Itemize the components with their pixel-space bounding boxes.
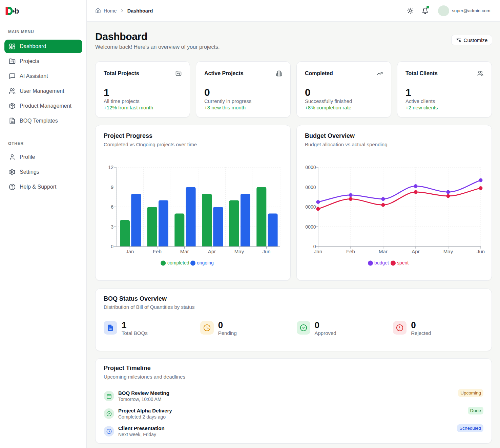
svg-text:Apr: Apr (412, 249, 419, 254)
svg-text:Mar: Mar (180, 249, 189, 254)
svg-text:Jun: Jun (477, 249, 485, 254)
svg-text:Apr: Apr (208, 249, 216, 254)
svg-text:spent: spent (397, 260, 409, 265)
svg-text:completed: completed (167, 260, 189, 265)
svg-text:3: 3 (111, 224, 113, 230)
svg-text:6: 6 (111, 204, 113, 210)
svg-text:40000: 40000 (305, 204, 316, 210)
svg-text:budget: budget (374, 260, 389, 265)
svg-text:20000: 20000 (305, 224, 316, 230)
svg-text:b: b (15, 7, 19, 15)
svg-text:12: 12 (108, 165, 113, 170)
svg-text:0: 0 (111, 244, 113, 249)
svg-text:Feb: Feb (153, 249, 162, 254)
svg-text:May: May (443, 249, 453, 254)
svg-text:ongoing: ongoing (197, 260, 214, 265)
svg-text:Jun: Jun (263, 249, 271, 254)
svg-text:May: May (234, 249, 244, 254)
svg-text:9: 9 (111, 185, 113, 190)
svg-text:80000: 80000 (305, 165, 316, 170)
svg-text:Mar: Mar (379, 249, 388, 254)
svg-text:60000: 60000 (305, 185, 316, 190)
svg-text:Feb: Feb (346, 249, 355, 254)
svg-text:Jan: Jan (314, 249, 322, 254)
svg-text:Jan: Jan (126, 249, 134, 254)
